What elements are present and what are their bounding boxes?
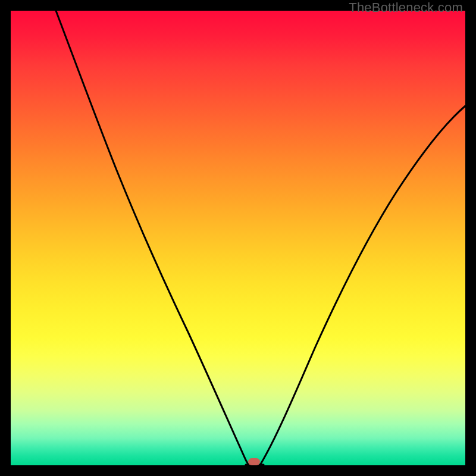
marker-dot — [248, 458, 260, 465]
chart-frame: TheBottleneck.com — [0, 0, 476, 476]
bottleneck-curve — [11, 11, 465, 465]
plot-area — [11, 11, 465, 465]
watermark-text: TheBottleneck.com — [349, 0, 463, 15]
